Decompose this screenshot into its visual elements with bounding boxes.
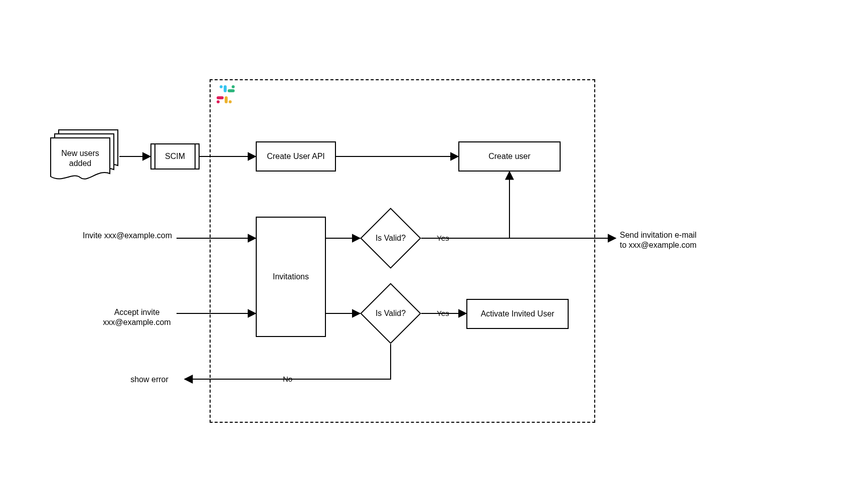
node-activate-invited-user-label: Activate Invited User [481,309,555,319]
node-new-users-added: New usersadded [50,129,120,184]
label-send-invitation: Send invitation e-mailto xxx@example.com [620,230,720,250]
node-create-user-api-label: Create User API [267,151,325,161]
node-invitations: Invitations [256,217,326,337]
node-create-user: Create user [458,141,561,172]
node-scim-label: SCIM [150,143,200,170]
slack-icon [217,85,235,103]
node-is-valid-1: Is Valid? [369,217,412,260]
node-create-user-api: Create User API [256,141,336,172]
edge-label-no: No [281,375,294,383]
label-show-error: show error [119,375,180,385]
node-activate-invited-user: Activate Invited User [466,299,569,329]
edge-label-yes-2: Yes [435,309,451,317]
node-is-valid-2-label: Is Valid? [376,309,406,318]
diagram-canvas: New usersadded SCIM Create User API Crea… [0,0,866,504]
label-accept-input: Accept invitexxx@example.com [92,307,182,327]
node-is-valid-1-label: Is Valid? [376,234,406,243]
node-invitations-label: Invitations [273,272,309,282]
node-create-user-label: Create user [488,151,531,161]
node-is-valid-2: Is Valid? [369,292,412,335]
label-invite-input: Invite xxx@example.com [83,231,188,241]
node-scim: SCIM [150,143,200,170]
edge-label-yes-1: Yes [435,234,451,242]
node-new-users-added-label: New usersadded [50,148,110,169]
